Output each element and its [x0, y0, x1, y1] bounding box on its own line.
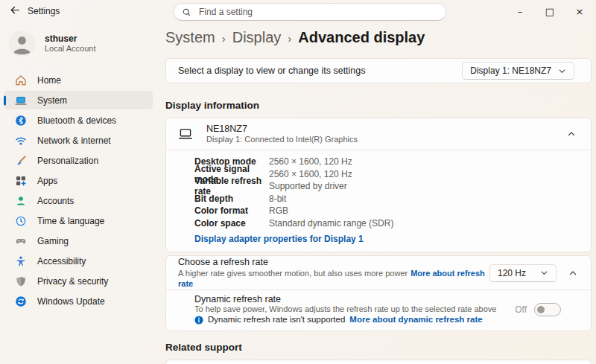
sidebar-item-accessibility[interactable]: Accessibility — [4, 252, 153, 270]
detail-value: Standard dynamic range (SDR) — [269, 218, 393, 229]
minimize-button[interactable]: – — [505, 0, 535, 22]
refresh-rate-subtitle: A higher rate gives smoother motion, but… — [178, 269, 408, 278]
back-button[interactable] — [6, 3, 24, 19]
back-arrow-icon — [10, 4, 21, 18]
app-title: Settings — [28, 6, 60, 16]
sidebar-item-accounts[interactable]: Accounts — [4, 191, 153, 210]
sidebar-item-label: Apps — [37, 176, 57, 186]
display-adapter-properties-link[interactable]: Display adapter properties for Display 1 — [194, 234, 364, 245]
sidebar-item-apps[interactable]: Apps — [4, 171, 153, 190]
close-button[interactable]: × — [565, 0, 595, 22]
related-support-card — [165, 360, 592, 364]
display-information-header: Display information — [165, 100, 592, 113]
search-icon — [182, 7, 191, 17]
sidebar-item-label: Windows Update — [37, 296, 105, 307]
sidebar-item-network-internet[interactable]: Network & internet — [4, 131, 153, 150]
sidebar-item-label: Personalization — [37, 156, 98, 166]
chevron-down-icon — [540, 269, 548, 277]
related-support-header: Related support — [165, 342, 592, 355]
detail-value: RGB — [269, 205, 288, 216]
display-selector-dropdown[interactable]: Display 1: NE18NZ7 — [462, 62, 574, 80]
windows-update-icon — [15, 296, 27, 307]
search-box[interactable] — [174, 3, 446, 21]
home-icon — [15, 74, 27, 86]
toggle-knob — [537, 306, 545, 313]
sidebar-item-label: Gaming — [37, 236, 69, 246]
sidebar-item-bluetooth-devices[interactable]: Bluetooth & devices — [4, 111, 153, 130]
display-detail-row: Color spaceStandard dynamic range (SDR) — [194, 217, 579, 230]
main-content: System › Display › Advanced display Sele… — [156, 22, 596, 364]
titlebar: Settings – □ × — [0, 0, 596, 22]
avatar — [9, 31, 35, 57]
sidebar: sthuser Local Account HomeSystemBluetoot… — [0, 22, 156, 364]
sidebar-item-label: Accessibility — [37, 256, 86, 266]
display-selector-card: Select a display to view or change its s… — [165, 58, 592, 83]
dynamic-refresh-rate-info-text: Dynamic refresh rate isn't supported — [208, 314, 345, 325]
sidebar-item-label: Network & internet — [37, 135, 111, 146]
breadcrumb-separator: › — [222, 31, 226, 45]
detail-value: 2560 × 1600, 120 Hz — [269, 169, 352, 179]
breadcrumb: System › Display › Advanced display — [165, 28, 592, 47]
sidebar-item-privacy-security[interactable]: Privacy & security — [4, 272, 153, 290]
user-name: sthuser — [45, 33, 96, 44]
refresh-rate-header: Choose a refresh rate A higher rate give… — [166, 256, 591, 290]
display-detail-row: Bit depth8-bit — [194, 193, 579, 205]
dynamic-refresh-rate-row: Dynamic refresh rate To help save power,… — [166, 290, 591, 331]
sidebar-item-gaming[interactable]: Gaming — [4, 232, 153, 250]
sidebar-item-label: Accounts — [37, 196, 74, 206]
sidebar-item-label: Bluetooth & devices — [37, 115, 116, 126]
display-information-card: NE18NZ7 Display 1: Connected to Intel(R)… — [165, 118, 592, 252]
window-controls: – □ × — [505, 0, 595, 22]
chevron-down-icon — [558, 67, 566, 75]
display-detail-row: Variable refresh rateSupported by driver — [194, 180, 579, 193]
detail-label: Color space — [194, 218, 269, 229]
more-about-dynamic-refresh-rate-link[interactable]: More about dynamic refresh rate — [349, 314, 482, 325]
personalization-icon — [15, 155, 27, 167]
chevron-up-icon — [567, 130, 576, 138]
display-detail-row: Color formatRGB — [194, 205, 579, 217]
dynamic-refresh-toggle[interactable] — [534, 303, 561, 316]
display-selector-label: Select a display to view or change its s… — [178, 66, 366, 76]
settings-window: Settings – □ × sthuser Local Account Hom… — [0, 0, 596, 364]
sidebar-item-home[interactable]: Home — [4, 71, 153, 89]
breadcrumb-system[interactable]: System — [165, 29, 215, 46]
collapse-refresh-rate-button[interactable] — [562, 263, 583, 284]
dynamic-refresh-toggle-label: Off — [515, 304, 527, 315]
detail-value: 2560 × 1600, 120 Hz — [269, 156, 352, 167]
user-account-type: Local Account — [45, 44, 96, 54]
sidebar-item-time-language[interactable]: Time & language — [4, 211, 153, 230]
gaming-icon — [15, 235, 27, 247]
sidebar-nav: HomeSystemBluetooth & devicesNetwork & i… — [4, 71, 153, 312]
display-selector-value: Display 1: NE18NZ7 — [470, 66, 551, 76]
system-icon — [15, 95, 27, 106]
sidebar-item-system[interactable]: System — [4, 91, 153, 109]
sidebar-item-label: Home — [37, 75, 61, 86]
breadcrumb-display[interactable]: Display — [232, 29, 282, 46]
refresh-rate-value: 120 Hz — [498, 268, 526, 278]
page-title: Advanced display — [298, 29, 425, 46]
sidebar-item-personalization[interactable]: Personalization — [4, 151, 153, 170]
sidebar-item-windows-update[interactable]: Windows Update — [4, 292, 153, 310]
search-input[interactable] — [197, 6, 438, 18]
refresh-rate-card: Choose a refresh rate A higher rate give… — [165, 255, 592, 331]
chevron-up-icon — [568, 269, 577, 278]
display-device-subtitle: Display 1: Connected to Intel(R) Graphic… — [206, 135, 358, 144]
display-information-expander[interactable]: NE18NZ7 Display 1: Connected to Intel(R)… — [166, 118, 591, 150]
apps-icon — [15, 175, 27, 187]
detail-label: Bit depth — [194, 194, 269, 204]
detail-label: Color format — [194, 205, 269, 216]
info-icon — [194, 316, 203, 325]
user-account[interactable]: sthuser Local Account — [9, 31, 96, 57]
privacy-icon — [15, 275, 27, 287]
time-language-icon — [15, 215, 27, 227]
breadcrumb-separator: › — [288, 31, 291, 45]
accounts-icon — [15, 195, 27, 207]
sidebar-item-label: Time & language — [37, 216, 104, 226]
accessibility-icon — [15, 255, 27, 267]
refresh-rate-dropdown[interactable]: 120 Hz — [489, 264, 557, 282]
collapse-display-info-button[interactable] — [561, 124, 582, 144]
monitor-icon — [177, 126, 194, 142]
detail-value: Supported by driver — [269, 181, 347, 191]
sidebar-item-label: System — [37, 95, 67, 106]
maximize-button[interactable]: □ — [535, 0, 565, 22]
